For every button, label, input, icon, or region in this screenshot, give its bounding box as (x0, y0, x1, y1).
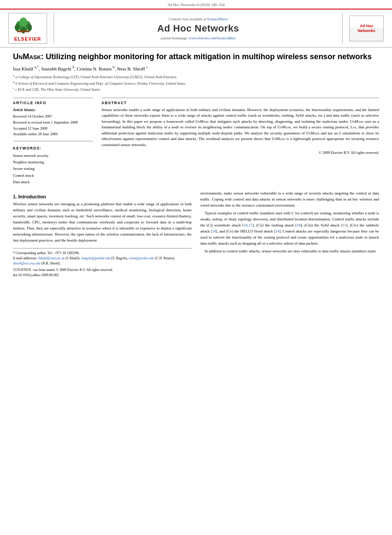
sciencedirect-line: Contents lists available at ScienceDirec… (169, 17, 228, 21)
rights-doi: 1570-8705/$ - see front matter © 2009 El… (13, 268, 192, 278)
article-title-rest: : Utilizing neighbor monitoring for atta… (41, 52, 372, 61)
sciencedirect-link[interactable]: ScienceDirect (207, 17, 228, 21)
article-info-col: Article Info Article history: Received 1… (13, 98, 93, 185)
journal-header: ELSEVIER Contents lists available at Sci… (0, 9, 392, 48)
footnote-corresponding: * Corresponding author. Tel.: +971 50 13… (13, 251, 192, 256)
elsevier-tree-icon (10, 15, 36, 35)
keyword-4: Control attack (13, 172, 93, 179)
article-title: UnMask: Utilizing neighbor monitoring fo… (13, 52, 379, 62)
intro-para1: Wireless sensor networks are emerging as… (13, 201, 192, 244)
footnote-text: * Corresponding author. Tel.: +971 50 13… (13, 251, 192, 278)
journal-title-display: Ad Hoc Networks (157, 23, 239, 34)
keyword-5: Data attack (13, 179, 93, 185)
email-shroff[interactable]: shroff@ece.osu.edu (13, 261, 41, 265)
journal-center: Contents lists available at ScienceDirec… (54, 13, 343, 44)
elsevier-logo: ELSEVIER (6, 13, 49, 44)
svg-point-4 (19, 17, 27, 27)
svg-point-7 (27, 24, 32, 31)
copyright-line: © 2009 Elsevier B.V. All rights reserved… (102, 150, 379, 155)
page-wrapper: Ad Hoc Networks 8 (2010) 148–164 ELSEVIE… (0, 0, 392, 535)
journal-meta: Ad Hoc Networks 8 (2010) 148–164 (167, 3, 224, 7)
body-left-text: Wireless sensor networks are emerging as… (13, 201, 192, 244)
body-right-col: environments, make sensor networks vulne… (201, 191, 379, 278)
intro-para2: environments, make sensor networks vulne… (201, 191, 379, 209)
abstract-text: Sensor networks enable a wide range of a… (102, 107, 379, 148)
abstract-heading: Abstract (102, 101, 379, 105)
email-khalil[interactable]: ikhalil@uaeu.ac.ae (38, 256, 65, 260)
footnote-section: * Corresponding author. Tel.: +971 50 13… (13, 248, 192, 278)
top-bar: Ad Hoc Networks 8 (2010) 148–164 (0, 0, 392, 9)
keywords-section: Keywords: Sensor network security Neighb… (13, 141, 93, 185)
keyword-1: Sensor network security (13, 153, 93, 159)
body-left-col: 1. Introduction Wireless sensor networks… (13, 191, 192, 278)
intro-section-title: 1. Introduction (13, 194, 192, 199)
footnote-emails: E-mail addresses: ikhalil@uaeu.ac.ae (I.… (13, 256, 192, 266)
keyword-2: Neighbor monitoring (13, 159, 93, 166)
body-right-text: environments, make sensor networks vulne… (201, 191, 379, 254)
info-abstract-section: Article Info Article history: Received 1… (13, 98, 379, 185)
email-rotaru[interactable]: crisn@purdue.edu (129, 256, 154, 260)
article-content: UnMask: Utilizing neighbor monitoring fo… (0, 48, 392, 282)
affiliations: a a College of Information Technology (C… (13, 73, 379, 92)
elsevier-text: ELSEVIER (10, 36, 45, 41)
body-section: 1. Introduction Wireless sensor networks… (13, 191, 379, 278)
svg-point-6 (15, 24, 19, 31)
abstract-col: Abstract Sensor networks enable a wide r… (102, 98, 379, 185)
article-history: Article history: Received 14 October 200… (13, 107, 93, 137)
adhoc-logo-inner: Ad Hoc Networks (349, 16, 384, 41)
adhoc-logo-box: Ad Hoc Networks (347, 13, 386, 44)
authors-line: Issa Khalil a,*, Saurabh Bagchi b, Crist… (13, 65, 379, 71)
article-title-unmask: UnMask (13, 52, 41, 61)
keywords-list: Sensor network security Neighbor monitor… (13, 153, 93, 185)
svg-rect-5 (17, 31, 30, 32)
keywords-heading: Keywords: (13, 146, 93, 150)
journal-homepage: journal homepage: www.elsevier.com/locat… (161, 36, 236, 40)
intro-para4: In addition to control traffic attacks, … (201, 248, 379, 255)
adhoc-logo-label: Ad Hoc Networks (358, 24, 376, 33)
intro-para3: Typical examples of control traffic (num… (201, 210, 379, 247)
elsevier-logo-box: ELSEVIER (8, 13, 47, 44)
homepage-url[interactable]: www.elsevier.com/locate/adhoc (189, 36, 236, 40)
article-info-heading: Article Info (13, 101, 93, 105)
keyword-3: Secure routing (13, 166, 93, 172)
email-bagchi[interactable]: sbagchi@purdue.edu (81, 256, 111, 260)
